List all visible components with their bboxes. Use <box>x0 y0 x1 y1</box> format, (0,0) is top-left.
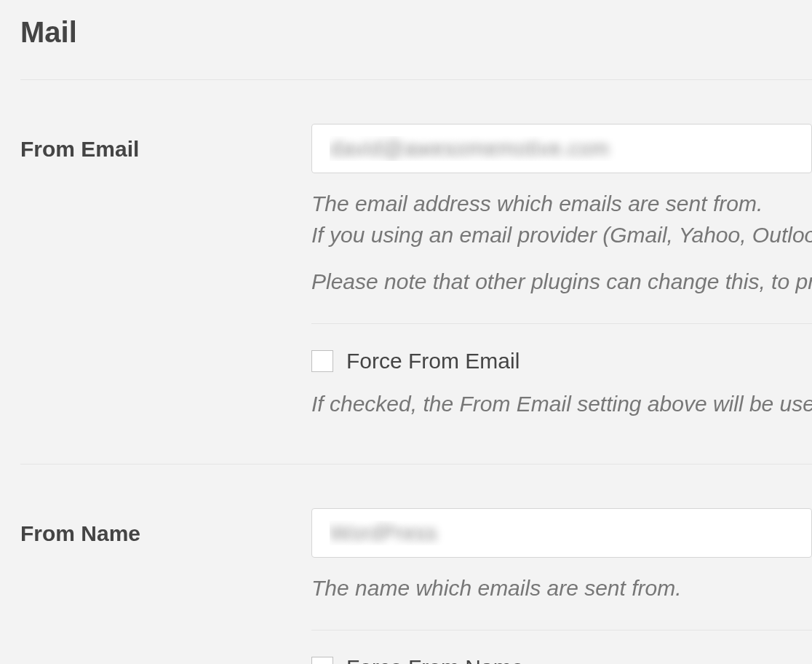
force-from-name-row: Force From Name <box>311 655 812 665</box>
from-email-help1: The email address which emails are sent … <box>311 189 812 219</box>
from-email-content: The email address which emails are sent … <box>311 124 812 419</box>
settings-row-from-email: From Email The email address which email… <box>20 80 812 465</box>
from-name-input[interactable] <box>311 508 812 558</box>
section-title-mail: Mail <box>20 0 812 80</box>
force-from-name-label[interactable]: Force From Name <box>346 655 523 665</box>
force-from-email-help: If checked, the From Email setting above… <box>311 390 812 419</box>
force-from-email-row: Force From Email <box>311 349 812 374</box>
from-name-label: From Name <box>20 508 311 664</box>
force-from-email-checkbox[interactable] <box>311 350 333 372</box>
from-name-help1: The name which emails are sent from. <box>311 574 812 604</box>
force-from-name-checkbox[interactable] <box>311 657 333 665</box>
from-email-label: From Email <box>20 124 311 419</box>
from-email-divider <box>311 323 812 324</box>
from-email-input[interactable] <box>311 124 812 173</box>
from-email-help2: If you using an email provider (Gmail, Y… <box>311 221 812 250</box>
settings-row-from-name: From Name The name which emails are sent… <box>20 465 812 664</box>
from-name-content: The name which emails are sent from. For… <box>311 508 812 664</box>
from-email-note: Please note that other plugins can chang… <box>311 267 812 297</box>
from-name-divider <box>311 630 812 631</box>
force-from-email-label[interactable]: Force From Email <box>346 349 520 374</box>
